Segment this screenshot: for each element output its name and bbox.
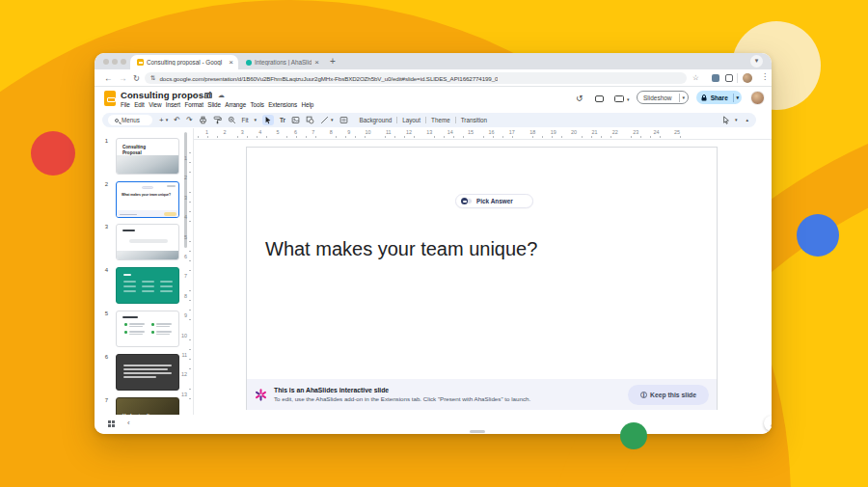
menus-search-box[interactable]: Menus — [108, 115, 152, 125]
ruler-number: 6 — [294, 129, 297, 135]
ruler-number: 1 — [205, 129, 208, 135]
back-icon[interactable]: ← — [104, 74, 113, 83]
tab-consulting-proposal[interactable]: Consulting proposal - Googl × — [130, 55, 238, 69]
redo-icon[interactable]: ↷ — [186, 117, 193, 124]
browser-profile-avatar[interactable] — [743, 73, 752, 83]
menu-item[interactable]: Extensions — [268, 101, 297, 108]
ruler-number: 9 — [347, 129, 350, 135]
canvas-horizontal-scrollbar[interactable] — [470, 430, 485, 433]
print-icon[interactable] — [199, 116, 207, 124]
slide-canvas[interactable]: Pick Answer What makes your team unique?… — [246, 147, 718, 410]
zoom-fit-label[interactable]: Fit — [242, 117, 249, 123]
tune-icon[interactable]: ⇅ — [150, 75, 155, 82]
slide-thumbnail-5[interactable] — [116, 311, 179, 347]
ruler-number: 6 — [184, 254, 187, 259]
chevron-down-icon[interactable]: ▾ — [627, 97, 630, 102]
tab-integrations-ahaslides[interactable]: Integrations | AhaSlides × — [242, 55, 323, 69]
collapse-toolbar-icon[interactable]: ▴ — [746, 118, 748, 122]
tab-search-button[interactable]: ▾ — [750, 55, 763, 68]
chevron-down-icon[interactable]: ▾ — [736, 95, 739, 100]
slide-thumbnail-2-selected[interactable]: What makes your team unique? — [116, 181, 179, 218]
menu-item[interactable]: File — [121, 101, 130, 108]
chevron-down-icon[interactable]: ▾ — [682, 95, 685, 100]
menu-item[interactable]: Edit — [134, 101, 144, 108]
decor-red-circle — [31, 131, 75, 176]
ruler-number: 18 — [529, 129, 535, 135]
reload-icon[interactable]: ↻ — [133, 74, 140, 83]
address-bar-row: ← → ↻ ⇅ docs.google.com/presentation/d/1… — [95, 69, 772, 87]
insert-placeholder-icon[interactable] — [339, 116, 348, 124]
toolbar-text-button[interactable]: Theme — [426, 117, 456, 123]
slide-thumbnail-6[interactable] — [116, 354, 179, 391]
google-slides-logo[interactable] — [104, 91, 116, 106]
menu-item[interactable]: Tools — [251, 101, 264, 108]
share-label: Share — [707, 95, 731, 101]
insert-image-icon[interactable] — [291, 116, 300, 124]
collapse-filmstrip-icon[interactable]: ‹ — [127, 419, 130, 427]
close-icon[interactable]: × — [229, 59, 233, 67]
text-box-icon[interactable]: Tr — [280, 117, 285, 123]
chevron-down-icon[interactable]: ▾ — [735, 118, 738, 122]
insert-shape-icon[interactable] — [306, 116, 314, 124]
ruler-number: 15 — [468, 129, 474, 135]
ruler-number: 8 — [184, 293, 187, 299]
account-avatar[interactable] — [750, 91, 765, 105]
slide-thumbnail-3[interactable] — [116, 224, 179, 260]
menu-item[interactable]: Format — [185, 101, 203, 108]
pick-answer-label: Pick Answer — [476, 198, 513, 204]
slideshow-button[interactable]: Slideshow ▾ — [637, 91, 689, 104]
zoom-icon[interactable] — [228, 116, 236, 124]
new-tab-button[interactable]: + — [330, 56, 336, 67]
menu-item[interactable]: Insert — [166, 101, 180, 108]
pointer-options-icon[interactable] — [722, 116, 730, 124]
ruler-number: 24 — [654, 129, 660, 135]
slide-heading[interactable]: What makes your team unique? — [265, 238, 537, 260]
grid-view-icon[interactable] — [108, 420, 115, 427]
share-button[interactable]: Share ▾ — [696, 91, 742, 104]
select-tool-button-active[interactable] — [262, 115, 274, 125]
side-panel-icon[interactable] — [725, 74, 733, 82]
chevron-down-icon[interactable]: ▾ — [331, 118, 334, 122]
version-history-icon[interactable]: ↺ — [576, 95, 583, 103]
browser-menu-icon[interactable]: ⋮ — [761, 73, 769, 81]
toolbar-text-button[interactable]: Background — [355, 117, 398, 123]
decor-green-circle — [620, 422, 647, 449]
window-zoom-button[interactable] — [121, 59, 126, 65]
pick-answer-chip[interactable]: Pick Answer — [455, 194, 533, 208]
chevron-down-icon[interactable]: ▾ — [255, 118, 258, 122]
close-icon[interactable]: × — [314, 59, 319, 67]
ruler-number: 4 — [258, 129, 261, 135]
toolbar-text-button[interactable]: Transition — [456, 117, 492, 123]
ruler-number: 20 — [571, 129, 577, 135]
toolbar: Menus +▾ ↶ ↷ Fit ▾ Tr ▾ — [102, 113, 756, 127]
divider — [733, 94, 734, 102]
zoom-in-add-icon[interactable]: + — [159, 117, 164, 124]
ruler-number: 10 — [366, 129, 371, 135]
keep-this-slide-button[interactable]: i Keep this slide — [628, 385, 709, 405]
bookmark-star-icon[interactable]: ☆ — [692, 74, 699, 82]
banner-title: This is an AhaSlides interactive slide — [274, 387, 530, 393]
extension-icon[interactable] — [712, 74, 719, 82]
menu-item[interactable]: Help — [302, 101, 314, 108]
undo-icon[interactable]: ↶ — [174, 117, 180, 124]
forward-icon[interactable]: → — [119, 74, 127, 83]
ruler-number: 10 — [181, 333, 187, 338]
address-bar[interactable]: ⇅ docs.google.com/presentation/d/1B60Vu2… — [145, 72, 687, 84]
slide-thumbnail-4[interactable] — [116, 267, 179, 304]
ruler-number: 13 — [181, 392, 187, 397]
move-folder-icon[interactable] — [204, 93, 212, 98]
menu-item[interactable]: View — [149, 101, 161, 108]
window-close-button[interactable] — [103, 59, 109, 65]
present-to-meeting-icon[interactable] — [614, 95, 624, 102]
slide-thumbnail-1[interactable]: Consulting Proposal — [116, 138, 179, 175]
window-minimize-button[interactable] — [112, 59, 118, 65]
paint-format-icon[interactable] — [213, 116, 222, 124]
chevron-down-icon[interactable]: ▾ — [166, 118, 169, 122]
ruler-number: 9 — [184, 312, 187, 318]
toolbar-text-button[interactable]: Layout — [397, 117, 426, 123]
menu-item[interactable]: Arrange — [225, 101, 246, 108]
star-document-icon[interactable]: ☆ — [193, 92, 199, 98]
menu-item[interactable]: Slide — [207, 101, 221, 108]
insert-line-icon[interactable] — [320, 116, 329, 124]
comment-icon[interactable] — [595, 95, 604, 102]
